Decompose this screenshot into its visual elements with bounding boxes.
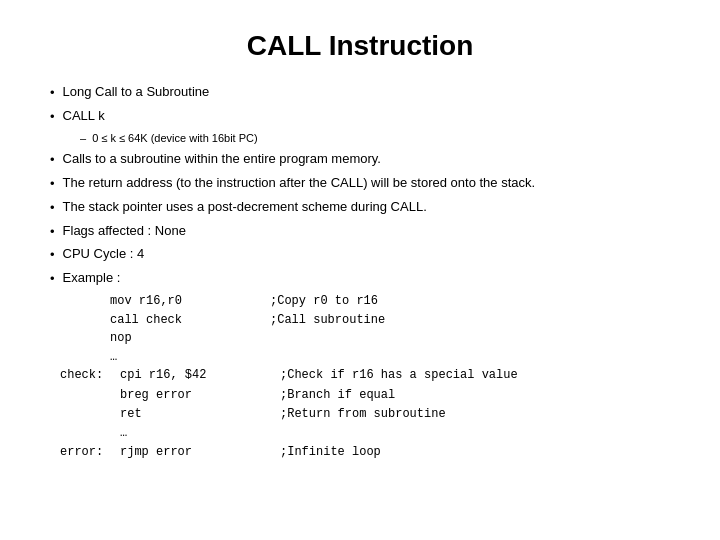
code-line: call check ;Call subroutine (110, 311, 670, 330)
bullet-icon: • (50, 174, 55, 195)
dash-icon: – (80, 130, 86, 148)
sub-text-1: 0 ≤ k ≤ 64K (device with 16bit PC) (92, 130, 258, 148)
bullet-icon: • (50, 245, 55, 266)
list-item: • Calls to a subroutine within the entir… (50, 149, 670, 171)
code-instr: cpi r16, $42 (120, 366, 280, 385)
bullet-icon: • (50, 150, 55, 171)
code-line: … (120, 424, 518, 443)
code-line: cpi r16, $42 ;Check if r16 has a special… (120, 366, 518, 385)
code-comment: ;Branch if equal (280, 386, 395, 405)
bullet-text-2: CALL k (63, 106, 105, 127)
code-instr: breg error (120, 386, 280, 405)
code-block: mov r16,r0 ;Copy r0 to r16 call check ;C… (110, 292, 670, 366)
code-comment: ;Call subroutine (270, 311, 385, 330)
bullet-text-5: The stack pointer uses a post-decrement … (63, 197, 427, 218)
bullet-icon: • (50, 222, 55, 243)
code-comment: ;Copy r0 to r16 (270, 292, 378, 311)
error-label: error: (60, 443, 120, 462)
bullet-text-1: Long Call to a Subroutine (63, 82, 210, 103)
bullet-icon: • (50, 269, 55, 290)
list-item: • Long Call to a Subroutine (50, 82, 670, 104)
bullet-icon: • (50, 198, 55, 219)
code-instr: mov r16,r0 (110, 292, 270, 311)
bullet-text-3: Calls to a subroutine within the entire … (63, 149, 381, 170)
code-instr: … (120, 424, 280, 443)
code-line: … (110, 348, 670, 367)
content-area: • Long Call to a Subroutine • CALL k – 0… (50, 82, 670, 462)
check-code-block: cpi r16, $42 ;Check if r16 has a special… (120, 366, 518, 443)
bullet-text-4: The return address (to the instruction a… (63, 173, 536, 194)
code-line: mov r16,r0 ;Copy r0 to r16 (110, 292, 670, 311)
code-instr: call check (110, 311, 270, 330)
code-line: rjmp error ;Infinite loop (120, 443, 381, 462)
list-item: • The stack pointer uses a post-decremen… (50, 197, 670, 219)
list-item: – 0 ≤ k ≤ 64K (device with 16bit PC) (80, 130, 670, 148)
error-code-block: rjmp error ;Infinite loop (120, 443, 381, 462)
list-item: • CALL k (50, 106, 670, 128)
list-item: • Flags affected : None (50, 221, 670, 243)
code-instr: nop (110, 329, 270, 348)
error-section: error: rjmp error ;Infinite loop (60, 443, 670, 462)
code-instr: … (110, 348, 270, 367)
bullet-icon: • (50, 83, 55, 104)
code-comment: ;Check if r16 has a special value (280, 366, 518, 385)
check-label: check: (60, 366, 120, 443)
code-line: ret ;Return from subroutine (120, 405, 518, 424)
list-item: • Example : (50, 268, 670, 290)
list-item: • The return address (to the instruction… (50, 173, 670, 195)
bullet-text-7: CPU Cycle : 4 (63, 244, 145, 265)
page-title: CALL Instruction (50, 30, 670, 62)
code-line: breg error ;Branch if equal (120, 386, 518, 405)
bullet-icon: • (50, 107, 55, 128)
bullet-text-8: Example : (63, 268, 121, 289)
bullet-text-6: Flags affected : None (63, 221, 186, 242)
list-item: • CPU Cycle : 4 (50, 244, 670, 266)
code-instr: ret (120, 405, 280, 424)
check-section: check: cpi r16, $42 ;Check if r16 has a … (60, 366, 670, 443)
code-comment: ;Infinite loop (280, 443, 381, 462)
slide: CALL Instruction • Long Call to a Subrou… (0, 0, 720, 540)
code-instr: rjmp error (120, 443, 280, 462)
code-comment: ;Return from subroutine (280, 405, 446, 424)
code-line: nop (110, 329, 670, 348)
